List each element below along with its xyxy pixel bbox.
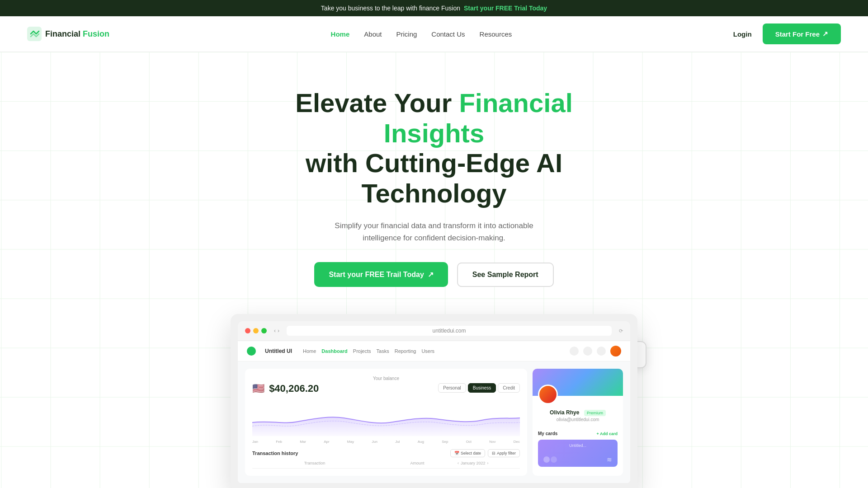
profile-badge: Premium <box>584 410 606 416</box>
dash-nav-users[interactable]: Users <box>421 348 434 354</box>
card-name: Untitled... <box>543 443 612 448</box>
nav-pricing[interactable]: Pricing <box>396 30 417 38</box>
transaction-columns: Transaction Amount ‹ January 2022 › <box>252 461 520 469</box>
dash-body: Your balance 🇺🇸 $40,206.20 Personal Busi… <box>238 361 630 483</box>
profile-name-row: Olivia Rhye Premium <box>538 408 618 416</box>
transaction-title: Transaction history <box>252 450 298 456</box>
profile-panel: Olivia Rhye Premium olivia@untitledui.co… <box>533 369 623 476</box>
col-transaction: Transaction <box>252 461 377 465</box>
nav-home[interactable]: Home <box>331 30 350 38</box>
sample-report-button[interactable]: See Sample Report <box>457 263 554 287</box>
dash-nav-right <box>570 346 621 357</box>
transaction-header: Transaction history 📅 Select date ⊟ Appl… <box>252 449 520 457</box>
nav-contact[interactable]: Contact Us <box>431 30 465 38</box>
filter-icon: ⊟ <box>492 451 495 455</box>
browser-refresh[interactable]: ⟳ <box>619 328 623 334</box>
maximize-dot[interactable] <box>261 328 267 333</box>
apply-filter-button[interactable]: ⊟ Apply filter <box>488 449 520 457</box>
hero-buttons: Start your FREE Trail Today ↗ See Sample… <box>9 262 859 287</box>
profile-email: olivia@untitledui.com <box>538 417 618 422</box>
tab-personal[interactable]: Personal <box>438 383 466 393</box>
balance-chart <box>252 400 520 436</box>
dash-nav-tasks[interactable]: Tasks <box>377 348 389 354</box>
header: Financial Fusion Home About Pricing Cont… <box>0 16 868 52</box>
hero-content: Elevate Your Financial Insights with Cut… <box>9 88 859 488</box>
profile-name: Olivia Rhye <box>550 409 579 416</box>
start-free-button[interactable]: Start For Free ↗ <box>763 23 841 44</box>
dashboard-inner: Untitled UI Home Dashboard Projects Task… <box>238 341 630 483</box>
start-trial-button[interactable]: Start your FREE Trail Today ↗ <box>314 262 448 287</box>
browser-dots <box>245 328 267 333</box>
card-visual: Untitled... ≋ <box>538 440 618 467</box>
user-avatar[interactable] <box>610 346 621 357</box>
nav-about[interactable]: About <box>364 30 382 38</box>
browser-nav: ‹ › <box>274 328 279 334</box>
dash-logo-icon <box>247 347 256 356</box>
select-date-button[interactable]: 📅 Select date <box>450 449 485 457</box>
dashboard-preview: ‹ › untitledui.com ⟳ Untitled UI Home Da <box>231 314 637 488</box>
balance-tabs: Personal Business Credit <box>438 383 520 393</box>
arrow-icon: ↗ <box>822 30 828 38</box>
wave-circle-1 <box>543 456 550 463</box>
tab-business[interactable]: Business <box>468 383 496 393</box>
wifi-icon: ≋ <box>607 456 612 463</box>
month-labels: JanFeb MarApr MayJun JulAug SepOct NovDe… <box>252 440 520 444</box>
notifications-icon[interactable] <box>597 347 606 356</box>
dashboard-preview-wrapper: Watch Full Demo ▶ ‹ › untitledui.com <box>231 314 637 488</box>
nav-resources[interactable]: Resources <box>480 30 512 38</box>
dash-nav-home[interactable]: Home <box>303 348 316 354</box>
prev-month[interactable]: ‹ <box>458 461 459 465</box>
flag-icon: 🇺🇸 <box>252 383 264 394</box>
dash-nav-dashboard[interactable]: Dashboard <box>321 348 347 354</box>
browser-url[interactable]: untitledui.com <box>287 326 612 336</box>
dash-nav-projects[interactable]: Projects <box>353 348 371 354</box>
dash-brand: Untitled UI <box>265 348 292 354</box>
wave-circle-2 <box>551 456 557 463</box>
add-card-button[interactable]: + Add card <box>597 432 618 436</box>
tab-credit[interactable]: Credit <box>498 383 520 393</box>
col-amount: Amount <box>386 461 448 465</box>
cards-header: My cards + Add card <box>533 427 623 440</box>
hero-subtitle: Simplify your financial data and transfo… <box>316 220 552 244</box>
login-button[interactable]: Login <box>733 30 752 38</box>
dash-nav-reporting[interactable]: Reporting <box>395 348 416 354</box>
dash-nav-links: Home Dashboard Projects Tasks Reporting … <box>303 348 434 354</box>
hero-section: Elevate Your Financial Insights with Cut… <box>0 52 868 488</box>
balance-amount: 🇺🇸 $40,206.20 <box>252 383 319 394</box>
profile-avatar <box>538 385 558 404</box>
transaction-actions: 📅 Select date ⊟ Apply filter <box>450 449 520 457</box>
profile-section: Olivia Rhye Premium olivia@untitledui.co… <box>533 385 623 427</box>
browser-chrome: ‹ › untitledui.com ⟳ <box>238 321 630 340</box>
close-dot[interactable] <box>245 328 250 333</box>
next-month[interactable]: › <box>487 461 489 465</box>
dash-top-nav: Untitled UI Home Dashboard Projects Task… <box>238 341 630 361</box>
cards-title: My cards <box>538 431 557 436</box>
main-nav: Home About Pricing Contact Us Resources <box>331 30 512 38</box>
settings-icon[interactable] <box>583 347 592 356</box>
hero-headline: Elevate Your Financial Insights with Cut… <box>258 88 610 209</box>
header-right: Login Start For Free ↗ <box>733 23 841 44</box>
banner-text: Take you business to the leap with finan… <box>321 5 460 12</box>
minimize-dot[interactable] <box>253 328 259 333</box>
top-banner: Take you business to the leap with finan… <box>0 0 868 16</box>
balance-panel: Your balance 🇺🇸 $40,206.20 Personal Busi… <box>245 369 527 476</box>
calendar-icon: 📅 <box>454 451 459 455</box>
logo-text: Financial Fusion <box>45 29 109 39</box>
col-date-nav: ‹ January 2022 › <box>458 461 520 465</box>
balance-label: Your balance <box>252 376 520 381</box>
card-waves: ≋ <box>543 456 612 463</box>
arrow-icon: ↗ <box>428 270 434 279</box>
search-icon[interactable] <box>570 347 579 356</box>
logo[interactable]: Financial Fusion <box>27 27 109 41</box>
banner-cta[interactable]: Start your FREE Trial Today <box>464 5 547 12</box>
